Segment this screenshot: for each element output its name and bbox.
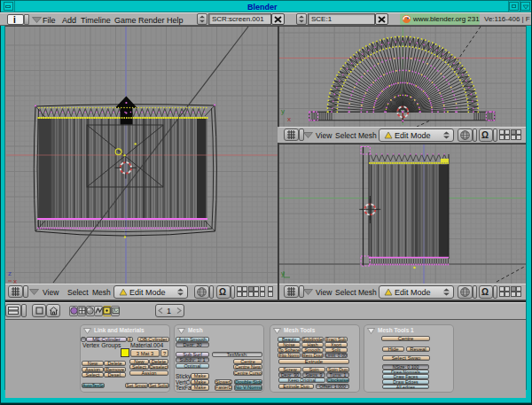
svg-text:y: y [281,107,285,115]
svg-text:x: x [13,277,17,284]
svg-text:x: x [287,115,291,123]
svg-text:z: z [8,269,12,277]
